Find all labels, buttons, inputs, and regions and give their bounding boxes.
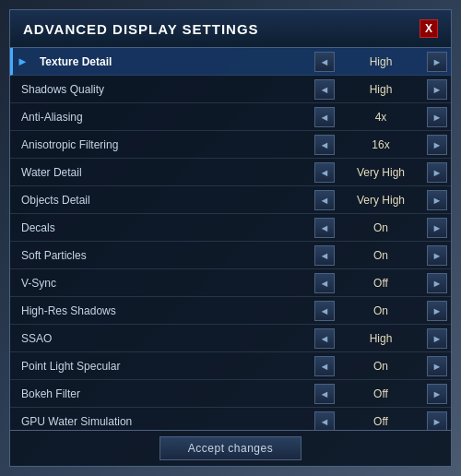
setting-label-anti-aliasing: Anti-Aliasing	[14, 111, 314, 124]
settings-panel: ADVANCED DISPLAY SETTINGS X ►Texture Det…	[9, 9, 452, 467]
setting-row-bokeh-filter[interactable]: Bokeh Filter◄Off►	[10, 380, 451, 408]
panel-title: ADVANCED DISPLAY SETTINGS	[23, 21, 259, 37]
setting-label-point-light-specular: Point Light Specular	[14, 360, 314, 373]
close-button[interactable]: X	[420, 19, 438, 38]
arrow-left-objects-detail[interactable]: ◄	[314, 190, 335, 210]
arrow-right-ssao[interactable]: ►	[427, 328, 447, 349]
arrow-left-shadows-quality[interactable]: ◄	[314, 79, 335, 100]
accept-button[interactable]: Accept changes	[160, 436, 301, 460]
arrow-right-high-res-shadows[interactable]: ►	[427, 301, 447, 321]
setting-label-high-res-shadows: High-Res Shadows	[14, 304, 314, 317]
arrow-left-bokeh-filter[interactable]: ◄	[314, 384, 335, 404]
arrow-right-point-light-specular[interactable]: ►	[427, 356, 447, 376]
arrow-right-v-sync[interactable]: ►	[427, 273, 447, 293]
setting-value-objects-detail: Very High	[335, 194, 427, 207]
setting-row-high-res-shadows[interactable]: High-Res Shadows◄On►	[10, 297, 451, 325]
setting-row-ssao[interactable]: SSAO◄High►	[10, 325, 451, 352]
setting-row-water-detail[interactable]: Water Detail◄Very High►	[10, 159, 451, 186]
arrow-right-gpu-water-simulation[interactable]: ►	[427, 411, 447, 431]
setting-label-water-detail: Water Detail	[14, 166, 314, 179]
setting-row-texture-detail[interactable]: ►Texture Detail◄High►	[10, 48, 451, 76]
setting-row-anti-aliasing[interactable]: Anti-Aliasing◄4x►	[10, 103, 451, 131]
setting-row-point-light-specular[interactable]: Point Light Specular◄On►	[10, 352, 451, 380]
setting-label-objects-detail: Objects Detail	[14, 194, 314, 207]
setting-row-v-sync[interactable]: V-Sync◄Off►	[10, 269, 451, 297]
setting-value-gpu-water-simulation: Off	[335, 415, 427, 428]
setting-value-decals: On	[335, 221, 427, 234]
arrow-right-texture-detail[interactable]: ►	[427, 52, 447, 72]
arrow-left-decals[interactable]: ◄	[314, 218, 335, 238]
setting-value-point-light-specular: On	[335, 360, 427, 373]
arrow-left-high-res-shadows[interactable]: ◄	[314, 301, 335, 321]
setting-label-decals: Decals	[14, 221, 314, 234]
title-bar: ADVANCED DISPLAY SETTINGS X	[10, 10, 451, 48]
arrow-left-gpu-water-simulation[interactable]: ◄	[314, 411, 335, 431]
setting-value-texture-detail: High	[335, 55, 427, 68]
setting-value-ssao: High	[335, 332, 427, 345]
arrow-right-decals[interactable]: ►	[427, 218, 447, 238]
setting-row-soft-particles[interactable]: Soft Particles◄On►	[10, 242, 451, 269]
arrow-left-soft-particles[interactable]: ◄	[314, 245, 335, 266]
arrow-left-water-detail[interactable]: ◄	[314, 162, 335, 183]
setting-value-anti-aliasing: 4x	[335, 111, 427, 124]
setting-label-bokeh-filter: Bokeh Filter	[14, 387, 314, 400]
arrow-left-texture-detail[interactable]: ◄	[314, 52, 335, 72]
setting-row-decals[interactable]: Decals◄On►	[10, 214, 451, 242]
setting-label-shadows-quality: Shadows Quality	[14, 83, 314, 96]
arrow-right-anti-aliasing[interactable]: ►	[427, 107, 447, 127]
setting-value-bokeh-filter: Off	[335, 387, 427, 400]
setting-value-water-detail: Very High	[335, 166, 427, 179]
arrow-left-anisotropic-filtering[interactable]: ◄	[314, 135, 335, 155]
setting-value-anisotropic-filtering: 16x	[335, 138, 427, 151]
selected-indicator-icon: ►	[17, 54, 29, 68]
arrow-left-anti-aliasing[interactable]: ◄	[314, 107, 335, 127]
setting-row-gpu-water-simulation[interactable]: GPU Water Simulation◄Off►	[10, 408, 451, 430]
setting-label-soft-particles: Soft Particles	[14, 249, 314, 262]
setting-label-v-sync: V-Sync	[14, 277, 314, 290]
setting-value-shadows-quality: High	[335, 83, 427, 96]
setting-value-v-sync: Off	[335, 277, 427, 290]
setting-label-anisotropic-filtering: Anisotropic Filtering	[14, 138, 314, 151]
setting-label-ssao: SSAO	[14, 332, 314, 345]
setting-row-objects-detail[interactable]: Objects Detail◄Very High►	[10, 186, 451, 214]
setting-value-soft-particles: On	[335, 249, 427, 262]
arrow-right-bokeh-filter[interactable]: ►	[427, 384, 447, 404]
setting-label-texture-detail: Texture Detail	[32, 55, 314, 68]
arrow-right-objects-detail[interactable]: ►	[427, 190, 447, 210]
arrow-right-shadows-quality[interactable]: ►	[427, 79, 447, 100]
arrow-left-point-light-specular[interactable]: ◄	[314, 356, 335, 376]
arrow-right-soft-particles[interactable]: ►	[427, 245, 447, 266]
setting-value-high-res-shadows: On	[335, 304, 427, 317]
setting-row-shadows-quality[interactable]: Shadows Quality◄High►	[10, 76, 451, 103]
arrow-right-water-detail[interactable]: ►	[427, 162, 447, 183]
settings-list: ►Texture Detail◄High►Shadows Quality◄Hig…	[10, 48, 451, 430]
setting-row-anisotropic-filtering[interactable]: Anisotropic Filtering◄16x►	[10, 131, 451, 159]
arrow-left-v-sync[interactable]: ◄	[314, 273, 335, 293]
setting-label-gpu-water-simulation: GPU Water Simulation	[14, 415, 314, 428]
arrow-right-anisotropic-filtering[interactable]: ►	[427, 135, 447, 155]
bottom-bar: Accept changes	[10, 430, 451, 466]
arrow-left-ssao[interactable]: ◄	[314, 328, 335, 349]
